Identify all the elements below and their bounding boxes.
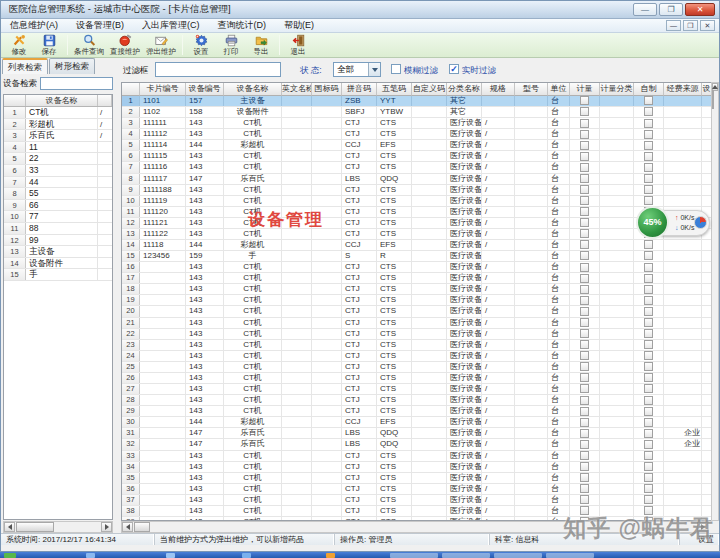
table-row[interactable]: 12111121143CT机CTJCTS医疗设备/台 (122, 218, 711, 229)
device-search-input[interactable] (40, 77, 113, 90)
scrollbar-thumb[interactable] (16, 522, 54, 532)
table-row[interactable]: 16143CT机CTJCTS医疗设备/台 (122, 262, 711, 273)
table-row[interactable]: 13111122143CT机CTJCTS医疗设备/台 (122, 229, 711, 240)
table-row[interactable]: 28143CT机CTJCTS医疗设备/台 (122, 395, 711, 406)
menu-item-2[interactable]: 设备管理(B) (67, 19, 133, 32)
dropdown-arrow-icon[interactable] (368, 63, 380, 76)
self-made-checkbox[interactable] (644, 373, 653, 382)
measure-checkbox[interactable] (580, 185, 589, 194)
mdi-minimize-button[interactable]: — (666, 20, 681, 31)
taskbar-icon[interactable] (86, 553, 95, 558)
scrollbar-thumb[interactable] (712, 90, 714, 109)
scroll-left-button[interactable] (122, 522, 133, 532)
self-made-checkbox[interactable] (644, 96, 653, 105)
table-row[interactable]: 10111119143CT机CTJCTS医疗设备/台 (122, 196, 711, 207)
sidebar-list-item[interactable]: 1CT机/ (4, 107, 112, 119)
table-row[interactable]: 22143CT机CTJCTS医疗设备/台 (122, 329, 711, 340)
sidebar-tab-list-search[interactable]: 列表检索 (2, 58, 48, 74)
table-row[interactable]: 6111115143CT机CTJCTS医疗设备/台 (122, 151, 711, 162)
table-row[interactable]: 36143CT机CTJCTS医疗设备/台 (122, 484, 711, 495)
scrollbar-thumb[interactable] (134, 522, 150, 532)
table-row[interactable]: 3111111143CT机CTJCTS医疗设备/台 (122, 118, 711, 129)
table-row[interactable]: 31147乐百氏LBSQDQ医疗设备/台企业 (122, 428, 711, 439)
toolbar-button-save-floppy[interactable]: 保存 (34, 33, 64, 57)
measure-checkbox[interactable] (580, 318, 589, 327)
measure-checkbox[interactable] (580, 440, 589, 449)
measure-checkbox[interactable] (580, 141, 589, 150)
menu-item-4[interactable]: 查询统计(D) (209, 19, 276, 32)
measure-checkbox[interactable] (580, 196, 589, 205)
self-made-checkbox[interactable] (644, 185, 653, 194)
table-row[interactable]: 32147乐百氏LBSQDQ医疗设备/台企业 (122, 439, 711, 450)
self-made-checkbox[interactable] (644, 407, 653, 416)
measure-checkbox[interactable] (580, 274, 589, 283)
table-row[interactable]: 30144彩超机CCJEFS医疗设备/台 (122, 417, 711, 428)
self-made-checkbox[interactable] (644, 318, 653, 327)
windows-taskbar[interactable] (0, 552, 720, 558)
self-made-checkbox[interactable] (644, 351, 653, 360)
table-row[interactable]: 5111114144彩超机CCJEFS医疗设备/台 (122, 140, 711, 151)
table-row[interactable]: 29143CT机CTJCTS医疗设备/台 (122, 406, 711, 417)
fuzzy-filter-checkbox[interactable] (391, 64, 401, 74)
measure-checkbox[interactable] (580, 462, 589, 471)
self-made-checkbox[interactable] (644, 462, 653, 471)
mdi-close-button[interactable]: ✕ (700, 20, 715, 31)
table-row[interactable]: 11111120143CT机CTJCTS医疗设备/台 (122, 207, 711, 218)
measure-checkbox[interactable] (580, 418, 589, 427)
table-row[interactable]: 24143CT机CTJCTS医疗设备/台 (122, 351, 711, 362)
sidebar-list-item[interactable]: 411 (4, 142, 112, 154)
toolbar-button-modify-tools[interactable]: 修改 (4, 33, 34, 57)
self-made-checkbox[interactable] (644, 152, 653, 161)
security-app-logo-icon[interactable] (694, 216, 707, 229)
measure-checkbox[interactable] (580, 495, 589, 504)
table-row[interactable]: 17143CT机CTJCTS医疗设备/台 (122, 273, 711, 284)
measure-checkbox[interactable] (580, 329, 589, 338)
self-made-checkbox[interactable] (644, 418, 653, 427)
table-row[interactable]: 21102158设备附件SBFJYTBW其它台 (122, 107, 711, 118)
self-made-checkbox[interactable] (644, 440, 653, 449)
self-made-checkbox[interactable] (644, 285, 653, 294)
table-row[interactable]: 8111117147乐百氏LBSQDQ医疗设备/台 (122, 174, 711, 185)
measure-checkbox[interactable] (580, 163, 589, 172)
taskbar-icon[interactable] (242, 553, 251, 558)
measure-checkbox[interactable] (580, 407, 589, 416)
self-made-checkbox[interactable] (644, 163, 653, 172)
taskbar-icon[interactable] (326, 553, 335, 558)
self-made-checkbox[interactable] (644, 174, 653, 183)
measure-checkbox[interactable] (580, 396, 589, 405)
mdi-restore-button[interactable]: ❐ (683, 20, 698, 31)
self-made-checkbox[interactable] (644, 240, 653, 249)
taskbar-window-button[interactable] (494, 553, 542, 558)
table-row[interactable]: 20143CT机CTJCTS医疗设备/台 (122, 306, 711, 317)
filter-input[interactable] (155, 62, 281, 77)
measure-checkbox[interactable] (580, 152, 589, 161)
toolbar-button-printer[interactable]: 打印 (216, 33, 246, 57)
self-made-checkbox[interactable] (644, 307, 653, 316)
taskbar-window-button[interactable] (390, 553, 438, 558)
self-made-checkbox[interactable] (644, 119, 653, 128)
measure-checkbox[interactable] (580, 229, 589, 238)
measure-checkbox[interactable] (580, 340, 589, 349)
table-row[interactable]: 35143CT机CTJCTS医疗设备/台 (122, 473, 711, 484)
realtime-filter-checkbox[interactable]: ✓ (449, 64, 459, 74)
grid-vertical-scrollbar[interactable] (711, 82, 719, 521)
self-made-checkbox[interactable] (644, 263, 653, 272)
table-row[interactable]: 33143CT机CTJCTS医疗设备/台 (122, 451, 711, 462)
measure-checkbox[interactable] (580, 251, 589, 260)
network-speed-float-widget[interactable]: ↑ 0K/s ↓ 0K/s 45% (636, 205, 710, 241)
scroll-right-button[interactable] (101, 522, 112, 532)
sidebar-list-item[interactable]: 3乐百氏/ (4, 130, 112, 142)
table-row[interactable]: 19143CT机CTJCTS医疗设备/台 (122, 295, 711, 306)
status-dropdown[interactable]: 全部 (333, 62, 381, 77)
measure-checkbox[interactable] (580, 351, 589, 360)
sidebar-list-item[interactable]: 2彩超机/ (4, 119, 112, 131)
self-made-checkbox[interactable] (644, 141, 653, 150)
sidebar-list-item[interactable]: 14设备附件 (4, 258, 112, 270)
measure-checkbox[interactable] (580, 130, 589, 139)
table-row[interactable]: 34143CT机CTJCTS医疗设备/台 (122, 462, 711, 473)
sidebar-list-item[interactable]: 522 (4, 153, 112, 165)
self-made-checkbox[interactable] (644, 329, 653, 338)
table-row[interactable]: 15123456159手SR医疗设备台 (122, 251, 711, 262)
sidebar-list-item[interactable]: 13主设备 (4, 246, 112, 258)
sidebar-list-item[interactable]: 1188 (4, 223, 112, 235)
